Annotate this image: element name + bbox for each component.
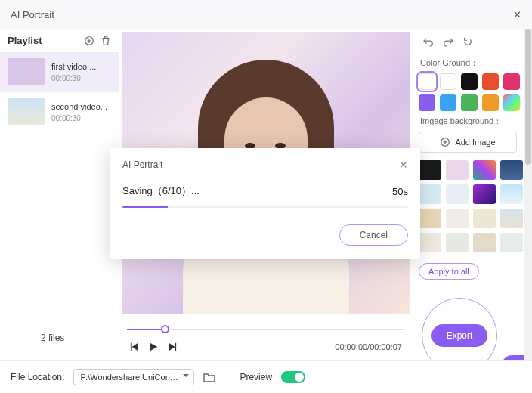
background-tile[interactable] (473, 233, 496, 252)
add-media-icon[interactable] (84, 36, 94, 46)
open-folder-icon[interactable] (203, 372, 215, 382)
modal-close-icon[interactable]: ✕ (399, 159, 408, 171)
background-tile[interactable] (419, 233, 441, 252)
playlist-item[interactable]: second video... 00:00:30 (0, 92, 119, 132)
image-background-label: Imgage background： (420, 116, 526, 127)
file-location-label: File Location: (11, 372, 64, 382)
background-tile[interactable] (500, 184, 523, 204)
svg-rect-2 (175, 343, 176, 351)
color-swatch[interactable] (461, 94, 478, 111)
color-swatch[interactable] (482, 94, 499, 111)
background-tile[interactable] (500, 209, 523, 228)
playlist-thumb (8, 58, 45, 85)
modal-remaining-time: 50s (392, 186, 408, 197)
close-icon[interactable]: ✕ (513, 9, 521, 20)
color-swatch[interactable] (419, 73, 435, 90)
playlist-thumb (8, 98, 45, 125)
background-tile[interactable] (500, 160, 523, 180)
playlist-heading: Playlist (8, 35, 42, 46)
sidebar: Playlist first video ... 00:00:30 second… (0, 29, 119, 360)
file-location-select[interactable]: F:\Wondershare UniConverte... (73, 369, 194, 385)
delete-icon[interactable] (101, 36, 111, 46)
preview-toggle[interactable] (281, 371, 305, 383)
playlist-header: Playlist (0, 29, 119, 52)
preview-label: Preview (240, 372, 272, 382)
color-swatch[interactable] (419, 94, 435, 111)
background-tile[interactable] (446, 160, 469, 180)
color-swatch[interactable] (440, 94, 456, 111)
next-frame-icon[interactable] (166, 342, 177, 352)
add-image-label: Add Image (455, 138, 495, 147)
background-tile[interactable] (446, 184, 469, 204)
scrubber-knob[interactable] (161, 325, 169, 333)
background-grid (419, 160, 526, 252)
undo-icon[interactable] (423, 36, 434, 47)
background-tile[interactable] (473, 160, 496, 180)
prev-frame-icon[interactable] (130, 342, 141, 352)
cancel-button[interactable]: Cancel (339, 224, 408, 246)
color-swatch[interactable] (461, 73, 478, 90)
playlist-item-duration: 00:00:30 (51, 74, 96, 82)
background-tile[interactable] (419, 209, 441, 228)
apply-to-all-button[interactable]: Apply to all (419, 263, 479, 280)
titlebar: AI Portrait ✕ (0, 0, 532, 29)
scrubber[interactable] (127, 322, 405, 337)
svg-rect-1 (131, 343, 132, 351)
background-tile[interactable] (473, 209, 496, 228)
background-tile[interactable] (419, 160, 441, 180)
modal-title: AI Portrait (122, 159, 162, 170)
modal-status-text: Saving（6/10）... (122, 184, 200, 198)
playlist-item-title: second video... (51, 102, 107, 111)
color-swatch[interactable] (503, 94, 520, 111)
app-title: AI Portrait (11, 9, 54, 20)
color-swatch[interactable] (440, 73, 456, 90)
background-tile[interactable] (419, 184, 441, 204)
background-tile[interactable] (446, 209, 469, 228)
progress-bar (122, 206, 408, 208)
redo-icon[interactable] (443, 36, 453, 47)
add-image-button[interactable]: Add Image (419, 132, 517, 153)
reset-icon[interactable] (462, 36, 473, 47)
player-controls: 00:00:00/00:00:07 (119, 337, 413, 360)
file-location-value: F:\Wondershare UniConverte... (80, 373, 194, 382)
color-swatch[interactable] (503, 73, 520, 90)
chevron-down-icon (183, 374, 189, 380)
background-tile[interactable] (473, 184, 496, 204)
export-button[interactable]: Export (431, 324, 488, 347)
scrollbar-track[interactable] (524, 29, 532, 360)
player-time: 00:00:00/00:00:07 (335, 342, 402, 351)
playlist-item-duration: 00:00:30 (51, 114, 107, 122)
saving-modal: AI Portrait ✕ Saving（6/10）... 50s Cancel (110, 148, 420, 259)
playlist-item-title: first video ... (51, 62, 96, 71)
scrollbar-thumb[interactable] (525, 29, 531, 165)
bottom-bar: File Location: F:\Wondershare UniConvert… (0, 360, 532, 393)
color-ground-label: Color Ground： (420, 57, 526, 69)
play-icon[interactable] (148, 342, 159, 352)
color-swatches (419, 73, 526, 111)
color-swatch[interactable] (482, 73, 499, 90)
playlist-item[interactable]: first video ... 00:00:30 (0, 52, 119, 92)
plus-icon (440, 137, 450, 147)
background-tile[interactable] (446, 233, 469, 252)
background-tile[interactable] (500, 233, 523, 252)
files-count: 2 files (41, 333, 64, 343)
